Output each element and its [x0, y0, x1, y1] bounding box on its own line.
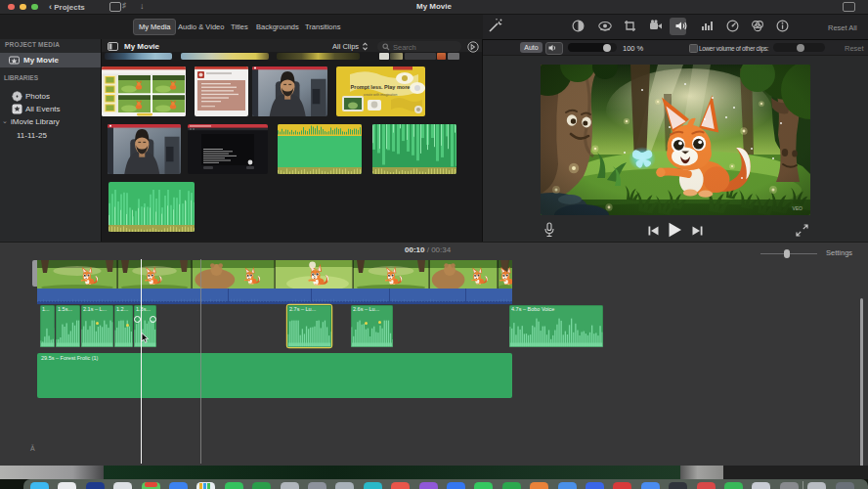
- svg-text:Prompt less. Play more: Prompt less. Play more: [351, 84, 411, 90]
- svg-text:create with imagination: create with imagination: [364, 93, 398, 97]
- svg-text:VEO: VEO: [792, 205, 803, 211]
